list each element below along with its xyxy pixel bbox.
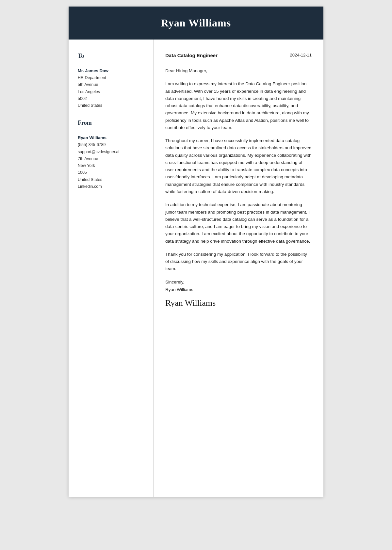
header-name: Ryan Williams	[161, 17, 231, 29]
closing-name: Ryan Williams	[165, 286, 312, 294]
to-divider	[78, 63, 144, 63]
letter-paragraph2: Throughout my career, I have successfull…	[165, 137, 312, 195]
sidebar: To Mr. James Dow HR Department 5th Avenu…	[69, 40, 154, 497]
cover-letter-page: Ryan Williams To Mr. James Dow HR Depart…	[69, 7, 323, 497]
to-line5: United States	[78, 103, 102, 108]
to-line2: 5th Avenue	[78, 82, 98, 87]
letter-main: Data Catalog Engineer 2024-12-11 Dear Hi…	[154, 40, 323, 497]
from-line5: Linkedin.com	[78, 184, 102, 189]
to-line3: Los Angeles	[78, 89, 100, 94]
letter-body: Dear Hiring Manager, I am writing to exp…	[165, 67, 312, 310]
to-line1: HR Department	[78, 75, 106, 80]
from-section: From Ryan Williams (555) 345-6789 suppor…	[78, 120, 144, 190]
from-divider	[78, 130, 144, 130]
letter-position: Data Catalog Engineer	[165, 53, 218, 58]
from-label: From	[78, 120, 144, 126]
letter-header: Data Catalog Engineer 2024-12-11	[165, 53, 312, 58]
to-name: Mr. James Dow	[78, 68, 144, 73]
header-section: Ryan Williams	[69, 7, 323, 40]
letter-greeting: Dear Hiring Manager,	[165, 67, 312, 74]
from-email: support@cvdesigner.ai	[78, 150, 119, 154]
signature-cursive: Ryan Williams	[165, 296, 312, 310]
from-name: Ryan Williams	[78, 135, 144, 140]
from-line3: 1005	[78, 170, 87, 175]
from-line1: 7th Avenue	[78, 156, 98, 161]
letter-paragraph3: In addition to my technical expertise, I…	[165, 201, 312, 245]
letter-paragraph4: Thank you for considering my application…	[165, 251, 312, 273]
to-line4: 5002	[78, 96, 87, 101]
letter-paragraph1: I am writing to express my interest in t…	[165, 80, 312, 131]
to-address: HR Department 5th Avenue Los Angeles 500…	[78, 74, 144, 109]
letter-date: 2024-12-11	[290, 53, 312, 57]
to-label: To	[78, 53, 144, 59]
from-details: (555) 345-6789 support@cvdesigner.ai 7th…	[78, 141, 144, 190]
letter-closing: Sincerely, Ryan Williams Ryan Williams	[165, 279, 312, 310]
from-phone: (555) 345-6789	[78, 142, 106, 147]
content-area: To Mr. James Dow HR Department 5th Avenu…	[69, 40, 323, 497]
from-line2: New York	[78, 163, 95, 168]
to-section: To Mr. James Dow HR Department 5th Avenu…	[78, 53, 144, 109]
from-line4: United States	[78, 177, 102, 182]
closing-word: Sincerely,	[165, 279, 312, 286]
